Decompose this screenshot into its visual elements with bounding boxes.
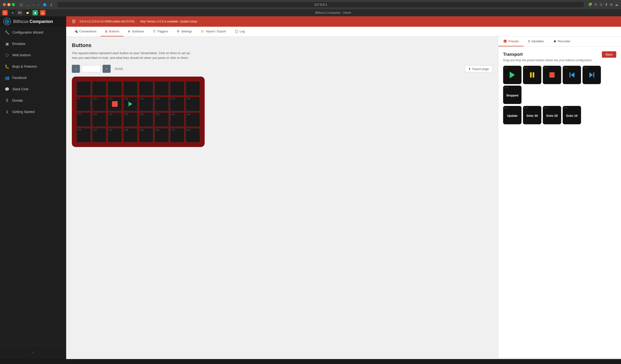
preset-goto20[interactable]: x.x. Goto 20 — [543, 106, 561, 124]
export-page-button[interactable]: ⬆ Export page — [465, 66, 492, 72]
sidebar-item-getting-started[interactable]: ℹ Getting Started — [0, 106, 66, 118]
hamburger-icon[interactable]: ☰ — [72, 19, 76, 24]
grid-cell-3-5[interactable]: 1.30 — [155, 128, 169, 142]
grid-cell-3-2[interactable]: 1.27 — [108, 128, 122, 142]
panel-tab-presets[interactable]: 🎁 Presets — [498, 37, 523, 46]
sidebar-item-web-buttons[interactable]: ⬡ Web buttons — [0, 49, 66, 61]
refresh-icon[interactable]: ↻ — [595, 3, 597, 7]
preset-update[interactable]: x.x. Update — [503, 106, 521, 124]
grid-cell-1-6[interactable]: 1.15 — [170, 97, 184, 111]
grid-cell-2-3[interactable]: 1.20 — [123, 113, 138, 127]
tab-triggers[interactable]: ⏱ Triggers — [148, 27, 172, 36]
grid-cell-0-4[interactable] — [139, 81, 153, 95]
sidebar-item-slack-chat[interactable]: 💬 Slack Chat — [0, 84, 66, 95]
window-icon[interactable]: ⊡ — [19, 2, 24, 7]
grid-cell-2-6[interactable]: 1.23 — [170, 113, 184, 127]
grid-cell-1-2[interactable]: 1.11 — [108, 97, 122, 111]
preset-goto10[interactable]: x.x. Goto 10 — [563, 106, 581, 124]
grid-cell-3-1[interactable]: 1.26 — [92, 128, 106, 142]
sidebar-item-donate[interactable]: $ Donate — [0, 95, 66, 106]
preset-play-label: x.x. — [504, 67, 509, 69]
forward-nav[interactable]: › — [37, 2, 40, 7]
grid-cell-1-5[interactable]: 1.14 — [155, 97, 169, 111]
page-next-button[interactable]: › — [103, 65, 111, 73]
preset-goto20-label: x.x. — [544, 107, 549, 109]
back-button[interactable]: Back — [602, 51, 616, 58]
tab-settings[interactable]: ⚙ Settings — [172, 27, 196, 36]
grid-cell-3-6[interactable]: 1.31 — [170, 128, 184, 142]
sidebar-item-configuration-wizard[interactable]: 🔧 Configuration Wizard — [0, 27, 66, 38]
grid-cell-3-7[interactable]: 1.32 — [186, 128, 200, 142]
grid-cell-3-4[interactable]: 1.29 — [139, 128, 153, 142]
grid-cell-2-4[interactable]: 1.21 — [139, 113, 153, 127]
panel-tab-variables[interactable]: $ Variables — [523, 37, 549, 46]
grid-cell-1-3[interactable]: 1.12 — [123, 97, 138, 111]
grid-cell-label-2-4: 1.21 — [140, 113, 144, 115]
address-bar[interactable]: 127.0.0.1 — [57, 2, 584, 7]
panel-tab-recorder[interactable]: ⏺ Recorder — [549, 37, 575, 46]
sidebar-item-emulator[interactable]: ▣ Emulator — [0, 38, 66, 49]
pause-bar-left — [530, 72, 532, 78]
grid-cell-0-2[interactable] — [108, 81, 122, 95]
cloud-icon[interactable]: ☁ — [615, 3, 618, 7]
grid-cell-2-2[interactable]: 1.19 — [108, 113, 122, 127]
grid-cell-0-6[interactable] — [170, 81, 184, 95]
sidebar-label-slack-chat: Slack Chat — [12, 87, 28, 91]
extension-icon[interactable]: 🧩 — [588, 3, 592, 7]
back-nav[interactable]: ‹ — [32, 2, 35, 7]
tab-import-export-label: Import / Export — [206, 30, 226, 33]
grid-cell-2-7[interactable]: 1.24 — [186, 113, 200, 127]
grid-cell-2-0[interactable]: 1.17 — [77, 113, 91, 127]
logo-area: 🌐 Bitfocus Companion — [0, 16, 66, 27]
presets-tab-label: Presets — [508, 39, 519, 43]
grid-cell-0-5[interactable] — [155, 81, 169, 95]
preset-stopped[interactable]: x.x. Stopped — [503, 86, 521, 104]
preset-stopped-text: Stopped — [506, 94, 518, 97]
tab-title: Bitfocus Companion - Admin — [48, 11, 619, 15]
close-button[interactable] — [3, 3, 6, 6]
tab-import-export[interactable]: 📁 Import / Export — [196, 27, 230, 36]
grid-cell-1-1[interactable]: 1.10 — [92, 97, 106, 111]
preset-skip-fwd[interactable]: x.x. — [583, 66, 601, 84]
preset-play[interactable]: x.x. — [503, 66, 521, 84]
preset-stop-label: x.x. — [544, 67, 549, 69]
preset-pause-label: x.x. — [524, 67, 529, 69]
download-icon[interactable]: ⊙ — [600, 3, 603, 7]
grid-cell-0-7[interactable] — [186, 81, 200, 95]
grid-cell-1-7[interactable]: 1.16 — [186, 97, 200, 111]
grid-cell-1-4[interactable]: 1.13 — [139, 97, 153, 111]
grid-cell-0-3[interactable] — [123, 81, 138, 95]
grid-cell-0-1[interactable] — [92, 81, 106, 95]
sidebar-item-bugs-features[interactable]: 🐛 Bugs & Features — [0, 61, 66, 72]
grid-cell-1-0[interactable]: 1.9 — [77, 97, 91, 111]
preset-skip-back[interactable]: x.x. — [563, 66, 581, 84]
tabs-icon[interactable]: ⧉ — [610, 3, 612, 7]
grid-cell-3-3[interactable]: 1.28 — [123, 128, 138, 142]
grid-cell-3-0[interactable]: 1.25 — [77, 128, 91, 142]
grid-cell-2-1[interactable]: 1.18 — [92, 113, 106, 127]
grid-cell-label-2-6: 1.23 — [171, 113, 175, 115]
update-message: Hey! Version 3.0.0 is available. Update … — [140, 20, 197, 23]
logo-bold: Companion — [30, 19, 53, 24]
collapse-sidebar-button[interactable]: ‹ — [0, 348, 66, 357]
sidebar-item-facebook[interactable]: 👥 Facebook — [0, 72, 66, 84]
grid-cell-0-0[interactable] — [77, 81, 91, 95]
preset-skipfwd-label: x.x. — [584, 67, 588, 69]
page-prev-button[interactable]: ‹ — [72, 65, 80, 73]
preset-stop[interactable]: x.x. — [543, 66, 561, 84]
share-icon[interactable]: ⬆ — [605, 3, 608, 7]
page-number-input[interactable]: 1 ⌄ — [82, 65, 101, 72]
grid-cell-2-5[interactable]: 1.22 — [155, 113, 169, 127]
tab-log[interactable]: 📋 Log — [230, 27, 249, 36]
preset-goto30[interactable]: x.x. Goto 30 — [523, 106, 541, 124]
minimize-button[interactable] — [7, 3, 10, 6]
tab-connections[interactable]: 🔌 Connections — [70, 27, 101, 36]
tab-buttons[interactable]: ⊞ Buttons — [101, 27, 124, 36]
window-icon2[interactable]: ⌄ — [25, 2, 31, 7]
page-title: Buttons — [72, 42, 492, 49]
maximize-button[interactable] — [12, 3, 15, 6]
preset-pause[interactable]: x.x. — [523, 66, 541, 84]
tab-surfaces[interactable]: ⊕ Surfaces — [124, 27, 148, 36]
sidebar-label-web-buttons: Web buttons — [12, 53, 31, 57]
logo-light: Bitfocus — [13, 19, 28, 24]
